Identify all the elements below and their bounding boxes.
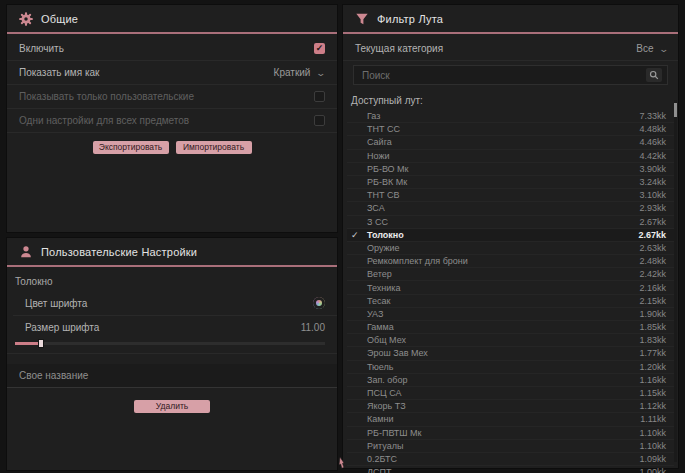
- loot-list-item[interactable]: ✓ ДСПТ 1.00kk: [347, 466, 674, 473]
- loot-item-value: 2.16kk: [639, 283, 666, 293]
- loot-item-value: 1.16kk: [639, 375, 666, 385]
- loot-item-value: 1.85kk: [639, 322, 666, 332]
- loot-list-item[interactable]: ✓ Якорь ТЗ 1.12kk: [347, 400, 674, 413]
- loot-item-value: 2.48kk: [639, 256, 666, 266]
- check-icon: ✓: [316, 44, 324, 53]
- loot-item-name: Тюель: [367, 362, 394, 372]
- loot-item-name: РБ-ПВТШ Мк: [367, 428, 421, 438]
- export-import-row: Экспортировать Импортировать: [7, 133, 337, 160]
- loot-item-value: 7.33kk: [639, 111, 666, 121]
- loot-list-item[interactable]: ✓ Ремкомплект для брони 2.48kk: [347, 255, 674, 268]
- show-name-label: Показать имя как: [19, 67, 99, 78]
- delete-row: Удалить: [7, 388, 337, 419]
- loot-item-name: ДСПТ: [367, 467, 392, 473]
- show-name-select[interactable]: Краткий ⌄: [274, 67, 325, 78]
- filter-panel-title: Фильтр Лута: [377, 13, 443, 25]
- font-color-row: Цвет шрифта: [13, 291, 337, 316]
- loot-list-item[interactable]: ✓ Тюель 1.20kk: [347, 361, 674, 374]
- gear-icon: [19, 12, 33, 26]
- show-name-row: Показать имя как Краткий ⌄: [7, 61, 337, 85]
- loot-list-item[interactable]: ✓ Зап. обор 1.16kk: [347, 374, 674, 387]
- enable-row: Включить ✓: [7, 37, 337, 61]
- loot-item-value: 2.63kk: [639, 243, 666, 253]
- search-button[interactable]: [646, 68, 662, 82]
- loot-list-item[interactable]: ✓ ЗСА 2.93kk: [347, 202, 674, 215]
- loot-item-name: Зап. обор: [367, 375, 408, 385]
- loot-item-name: З СС: [367, 217, 388, 227]
- loot-list-item[interactable]: ✓ РБ-ВО Мк 3.90kk: [347, 163, 674, 176]
- same-settings-row: Одни настройки для всех предметов: [7, 109, 337, 133]
- loot-list-item[interactable]: ✓ Эрош Зав Мех 1.77kk: [347, 347, 674, 360]
- loot-list-item[interactable]: ✓ Тесак 2.15kk: [347, 295, 674, 308]
- loot-item-name: Ножи: [367, 151, 389, 161]
- loot-list-item[interactable]: ✓ Газ 7.33kk: [347, 110, 674, 123]
- category-label: Текущая категория: [355, 43, 443, 54]
- loot-item-value: 2.42kk: [639, 269, 666, 279]
- loot-item-value: 3.24kk: [639, 177, 666, 187]
- user-icon: [19, 245, 33, 259]
- loot-list-item[interactable]: ✓ Ножи 4.42kk: [347, 150, 674, 163]
- enable-checkbox[interactable]: ✓: [314, 43, 325, 54]
- loot-item-value: 4.46kk: [639, 137, 666, 147]
- loot-list-item[interactable]: ✓ Общ Мех 1.83kk: [347, 334, 674, 347]
- only-custom-checkbox[interactable]: [314, 91, 325, 102]
- loot-item-value: 2.67kk: [639, 217, 666, 227]
- same-settings-checkbox[interactable]: [314, 115, 325, 126]
- general-panel: Общие Включить ✓ Показать имя как Кратки…: [7, 5, 337, 232]
- loot-list-item[interactable]: ✓ Техника 2.16kk: [347, 281, 674, 294]
- search-input[interactable]: Поиск: [353, 65, 668, 85]
- enable-label: Включить: [19, 43, 64, 54]
- loot-list-item[interactable]: ✓ Оружие 2.63kk: [347, 242, 674, 255]
- custom-name-input[interactable]: Свое название: [7, 364, 337, 388]
- loot-filter-panel: Фильтр Лута Текущая категория Все ⌄ Поис…: [343, 5, 678, 468]
- loot-item-value: 3.90kk: [639, 164, 666, 174]
- only-custom-row: Показывать только пользовательские: [7, 85, 337, 109]
- general-panel-underline: [7, 32, 337, 34]
- loot-list-item[interactable]: ✓ Ветер 2.42kk: [347, 268, 674, 281]
- loot-list-item[interactable]: ✓ Толокно 2.67kk: [347, 229, 674, 242]
- loot-item-value: 1.77kk: [639, 348, 666, 358]
- loot-list-item[interactable]: ✓ ТНТ СС 4.48kk: [347, 123, 674, 136]
- loot-list-item[interactable]: ✓ 0.2БТС 1.09kk: [347, 453, 674, 466]
- loot-list-item[interactable]: ✓ З СС 2.67kk: [347, 216, 674, 229]
- loot-list-item[interactable]: ✓ Ритуалы 1.10kk: [347, 440, 674, 453]
- loot-list-item[interactable]: ✓ Сайга 4.46kk: [347, 136, 674, 149]
- loot-list-item[interactable]: ✓ РБ-ПВТШ Мк 1.10kk: [347, 427, 674, 440]
- loot-item-name: Толокно: [367, 230, 404, 240]
- loot-item-name: Ремкомплект для брони: [367, 256, 468, 266]
- loot-item-name: Ритуалы: [367, 441, 403, 451]
- chevron-down-icon: ⌄: [316, 68, 327, 78]
- loot-list-item[interactable]: ✓ Камни 1.11kk: [347, 413, 674, 426]
- loot-item-name: ПСЦ СА: [367, 388, 401, 398]
- delete-button[interactable]: Удалить: [134, 400, 210, 413]
- loot-item-name: Якорь ТЗ: [367, 401, 406, 411]
- loot-list-item[interactable]: ✓ ТНТ СВ 3.10kk: [347, 189, 674, 202]
- selected-item-label: Толокно: [7, 267, 337, 291]
- slider-fill: [15, 342, 41, 345]
- loot-item-value: 3.10kk: [639, 190, 666, 200]
- import-button[interactable]: Импортировать: [176, 141, 252, 154]
- loot-list-item[interactable]: ✓ ПСЦ СА 1.15kk: [347, 387, 674, 400]
- font-size-slider-wrap: [7, 339, 337, 354]
- loot-list-item[interactable]: ✓ УАЗ 1.90kk: [347, 308, 674, 321]
- font-size-slider[interactable]: [15, 342, 325, 345]
- scrollbar-thumb[interactable]: [674, 103, 677, 117]
- category-value: Все: [636, 43, 653, 54]
- loot-list-item[interactable]: ✓ Гамма 1.85kk: [347, 321, 674, 334]
- category-select[interactable]: Все ⌄: [636, 43, 668, 54]
- loot-list-item[interactable]: ✓ РБ-ВК Мк 3.24kk: [347, 176, 674, 189]
- available-loot-label: Доступный лут:: [343, 87, 678, 110]
- loot-item-value: 1.10kk: [639, 441, 666, 451]
- loot-item-name: РБ-ВО Мк: [367, 164, 409, 174]
- slider-thumb[interactable]: [39, 340, 43, 347]
- category-row: Текущая категория Все ⌄: [343, 37, 678, 61]
- custom-name-placeholder: Свое название: [19, 370, 88, 381]
- loot-item-value: 1.10kk: [639, 428, 666, 438]
- loot-item-name: Общ Мех: [367, 335, 406, 345]
- loot-list-scrollbar[interactable]: [674, 100, 677, 462]
- loot-item-value: 1.15kk: [639, 388, 666, 398]
- general-panel-title: Общие: [41, 13, 78, 25]
- loot-item-value: 1.11kk: [640, 414, 666, 424]
- color-picker-icon[interactable]: [313, 297, 325, 309]
- export-button[interactable]: Экспортировать: [93, 141, 169, 154]
